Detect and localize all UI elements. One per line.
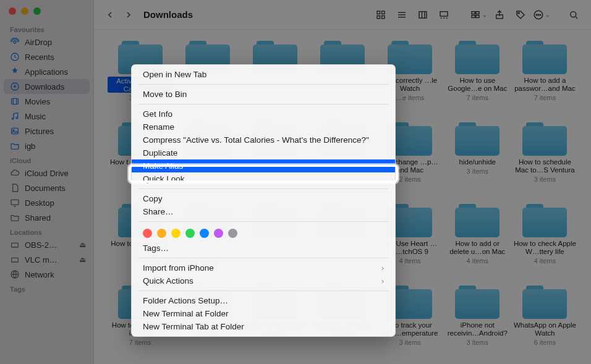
download-icon [10, 82, 20, 91]
maximize-button[interactable] [33, 7, 41, 15]
sidebar-item-documents[interactable]: Documents [0, 180, 93, 195]
cm-tags[interactable]: Tags… [132, 242, 395, 255]
forward-button[interactable] [121, 7, 136, 22]
sidebar-item-label: Applications [25, 67, 68, 77]
cm-open-new-tab[interactable]: Open in New Tab [132, 68, 395, 81]
sidebar-item-obs[interactable]: OBS-2… ⏏ [0, 237, 93, 252]
folder-item[interactable]: How to schedule Mac to…S Ventura3 items [512, 122, 577, 201]
sidebar-item-igb[interactable]: igb [0, 138, 93, 153]
film-icon [10, 96, 20, 106]
cm-move-to-bin[interactable]: Move to Bin [132, 88, 395, 101]
tag-color-swatch[interactable] [228, 229, 237, 238]
sidebar-item-vlc[interactable]: VLC m… ⏏ [0, 252, 93, 267]
cm-make-alias[interactable]: Make Alias [132, 159, 395, 172]
sidebar-item-pictures[interactable]: Pictures [0, 124, 93, 138]
cm-rename[interactable]: Rename [132, 121, 395, 133]
sidebar-item-label: VLC m… [25, 255, 57, 265]
view-gallery-button[interactable] [435, 7, 453, 22]
svg-point-23 [518, 12, 519, 13]
tags-button[interactable] [512, 7, 529, 22]
folder-item[interactable]: WhatsApp on Apple Watch6 items [512, 286, 577, 364]
sidebar-item-icloud-drive[interactable]: iCloud Drive [0, 166, 93, 180]
tag-color-swatch[interactable] [143, 229, 152, 238]
svg-point-25 [536, 14, 537, 15]
back-button[interactable] [103, 7, 117, 22]
more-button[interactable]: ⌄ [533, 7, 550, 22]
folder-item-count: 7 items [467, 94, 488, 101]
sidebar-item-network[interactable]: Network [0, 267, 93, 282]
folder-item-count: 2 items [399, 176, 420, 183]
search-button[interactable] [565, 7, 582, 22]
cloud-icon [10, 168, 20, 178]
cm-label: New Terminal Tab at Folder [143, 322, 244, 331]
folder-icon [455, 41, 500, 74]
cm-get-info[interactable]: Get Info [132, 108, 395, 121]
image-icon [10, 126, 20, 136]
folder-item[interactable]: iPhone not receivin…Android?3 items [445, 286, 510, 364]
cm-compress[interactable]: Compress "Active vs. Total Calories - Wh… [132, 133, 395, 146]
sidebar-item-label: Pictures [25, 127, 54, 136]
cm-copy[interactable]: Copy [132, 192, 395, 205]
cm-duplicate[interactable]: Duplicate [132, 146, 395, 159]
cm-import-iphone[interactable]: Import from iPhone› [132, 261, 395, 274]
svg-point-5 [16, 117, 18, 119]
view-columns-button[interactable] [414, 7, 432, 22]
folder-item[interactable]: How to use Google…e on Mac7 items [445, 41, 510, 120]
sidebar-item-shared[interactable]: Shared [0, 210, 93, 225]
cm-new-terminal-tab[interactable]: New Terminal Tab at Folder [132, 320, 395, 333]
cm-quick-actions[interactable]: Quick Actions› [132, 274, 395, 287]
tag-color-swatch[interactable] [185, 229, 195, 238]
cm-label: Rename [143, 122, 174, 132]
folder-item[interactable]: hide/unhide3 items [445, 122, 510, 201]
view-icons-button[interactable] [372, 7, 389, 22]
sidebar-item-label: Movies [25, 97, 50, 106]
close-button[interactable] [9, 7, 16, 15]
folder-item[interactable]: How to add a passwor…and Mac7 items [512, 41, 577, 120]
tag-color-swatch[interactable] [214, 229, 223, 238]
folder-item-count: 3 items [399, 339, 420, 346]
sidebar-item-desktop[interactable]: Desktop [0, 195, 93, 210]
folder-icon [522, 122, 567, 156]
sidebar-item-applications[interactable]: Applications [0, 64, 93, 79]
tag-color-swatch[interactable] [200, 229, 209, 238]
tag-color-swatch[interactable] [171, 229, 181, 238]
group-button[interactable]: ⌄ [470, 7, 487, 22]
minimize-button[interactable] [21, 7, 28, 15]
folder-item[interactable]: How to add or delete u…on Mac4 items [445, 204, 510, 283]
sidebar-item-label: Shared [25, 213, 51, 222]
svg-rect-15 [382, 15, 385, 19]
view-list-button[interactable] [393, 7, 410, 22]
apps-icon [10, 67, 20, 77]
svg-rect-20 [472, 15, 475, 17]
cm-separator [138, 188, 389, 189]
share-button[interactable] [491, 7, 508, 22]
cm-label: Quick Actions [143, 276, 193, 286]
tag-color-swatch[interactable] [157, 229, 166, 238]
eject-icon[interactable]: ⏏ [79, 240, 86, 249]
sidebar-item-label: OBS-2… [25, 240, 57, 250]
sidebar-item-downloads[interactable]: Downloads [4, 79, 90, 94]
cm-share[interactable]: Share… [132, 205, 395, 218]
globe-icon [10, 269, 20, 279]
folder-item[interactable]: How to check Apple W…ttery life4 items [512, 204, 577, 283]
eject-icon[interactable]: ⏏ [79, 255, 86, 264]
folder-icon [455, 204, 500, 237]
sidebar-item-recents[interactable]: Recents [0, 49, 93, 64]
sidebar-item-label: AirDrop [25, 38, 52, 47]
sidebar-item-movies[interactable]: Movies [0, 94, 93, 109]
sidebar-item-label: Desktop [25, 198, 54, 208]
toolbar: Downloads ⌄ ⌄ [94, 0, 591, 30]
cm-label: Copy [143, 194, 163, 203]
sidebar-item-label: igb [25, 142, 35, 151]
cm-folder-actions[interactable]: Folder Actions Setup… [132, 294, 395, 307]
cm-separator [138, 290, 389, 291]
sidebar-item-airdrop[interactable]: AirDrop [0, 35, 93, 49]
cm-quick-look[interactable]: Quick Look [132, 172, 395, 185]
sidebar-section-tags: Tags [0, 282, 93, 294]
folder-name: How to schedule Mac to…S Ventura [512, 158, 577, 174]
folder-icon [10, 141, 20, 151]
svg-rect-16 [419, 11, 427, 18]
sidebar-item-label: Network [25, 270, 54, 279]
cm-new-terminal[interactable]: New Terminal at Folder [132, 307, 395, 320]
sidebar-item-music[interactable]: Music [0, 109, 93, 124]
